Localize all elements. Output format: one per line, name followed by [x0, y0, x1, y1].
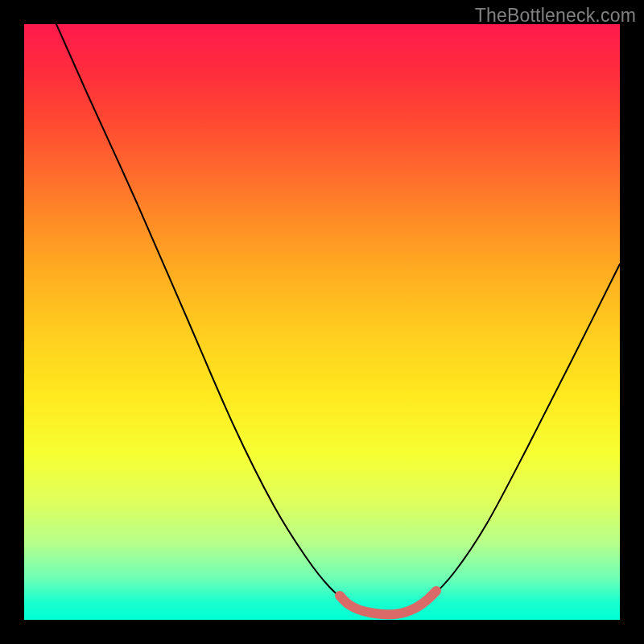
plot-area [24, 24, 620, 620]
watermark-label: TheBottleneck.com [475, 5, 636, 27]
curve-svg [24, 24, 620, 620]
bottleneck-curve [56, 24, 620, 613]
optimal-range-marker [340, 591, 436, 614]
chart-frame: TheBottleneck.com [0, 0, 644, 644]
